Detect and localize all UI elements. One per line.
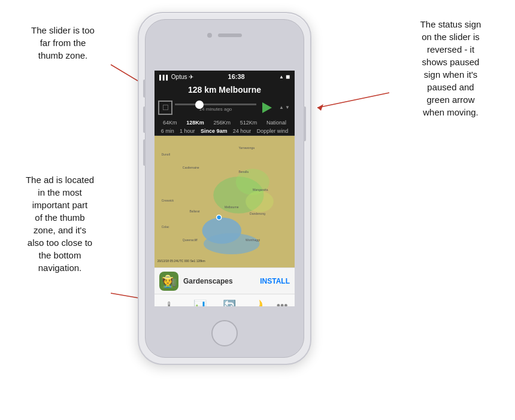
phone-volume-up-button xyxy=(143,106,146,133)
ann-bl-line3: important part xyxy=(32,200,88,210)
svg-text:20/12/18 05:24UTC 000 Se1 128k: 20/12/18 05:24UTC 000 Se1 128km xyxy=(157,259,205,263)
svg-text:Wangaratta: Wangaratta xyxy=(253,188,268,191)
time-bar[interactable]: 6 min 1 hour Since 9am 24 hour Doppler w… xyxy=(154,127,295,136)
carrier-text: ▌▌▌ Optus ✈ xyxy=(159,74,193,80)
ann-bl-line8: navigation. xyxy=(38,263,82,273)
square-icon: ☐ xyxy=(162,104,169,112)
nav-forecast[interactable]: 📊 Forecast xyxy=(191,300,210,306)
svg-text:Queenscliff: Queenscliff xyxy=(183,238,198,242)
ann-tl-line3: thumb zone. xyxy=(38,50,88,60)
phone-volume-down-button xyxy=(143,139,146,166)
zoom-128km[interactable]: 128Km xyxy=(186,120,204,126)
expand-button[interactable]: ▲ ▼ xyxy=(278,104,291,111)
time-1hour[interactable]: 1 hour xyxy=(180,128,195,134)
time-6min[interactable]: 6 min xyxy=(161,128,174,134)
current-icon: 🌡 xyxy=(164,300,175,306)
ann-tr-line5: sign when it's xyxy=(424,69,478,80)
ann-bl-line4: of the thumb xyxy=(35,212,84,223)
svg-line-2 xyxy=(317,93,389,108)
phone-home-button[interactable] xyxy=(211,320,238,346)
ann-tr-line2: on the slider is xyxy=(422,32,480,42)
ann-bl-line1: The ad is located xyxy=(26,175,94,185)
header-title: 128 km Melbourne xyxy=(159,85,290,95)
ann-tr-line6: paused and xyxy=(427,82,474,92)
moon-icon: 🌙 xyxy=(250,300,263,306)
phone-bezel: ▌▌▌ Optus ✈ 16:38 ▲ ◼ 128 km Melbourne ☐ xyxy=(145,19,304,358)
svg-text:Wonthaggi: Wonthaggi xyxy=(246,238,260,242)
ann-tr-line7: green arrow xyxy=(426,95,474,105)
ad-title: Gardenscapes xyxy=(183,277,255,285)
phone-mute-button xyxy=(143,80,146,98)
svg-text:Ballarat: Ballarat xyxy=(190,209,201,213)
svg-text:Yarrawonga: Yarrawonga xyxy=(238,146,255,150)
svg-text:Benalla: Benalla xyxy=(238,170,249,174)
more-icon: ••• xyxy=(277,300,288,306)
ann-tr-line3: reversed - it xyxy=(427,44,474,54)
phone-device: ▌▌▌ Optus ✈ 16:38 ▲ ◼ 128 km Melbourne ☐ xyxy=(138,12,311,365)
nav-more[interactable]: ••• More xyxy=(277,300,288,306)
zoom-64km[interactable]: 64Km xyxy=(163,120,177,126)
expand-icon: ▲ ▼ xyxy=(279,105,290,110)
ad-banner[interactable]: 🧑‍🌾 Gardenscapes INSTALL xyxy=(154,267,295,294)
controls-bar[interactable]: ☐ 14 minutes ago ▲ ▼ xyxy=(154,97,295,118)
slider-track[interactable] xyxy=(175,104,256,105)
svg-text:Dandenong: Dandenong xyxy=(250,212,265,215)
svg-marker-3 xyxy=(317,104,323,111)
ann-bl-line5: zone, and it's xyxy=(34,225,86,235)
ann-tr-line4: shows paused xyxy=(422,57,480,67)
map-area[interactable]: Dunoll Yarrawonga Castlemaine Benalla Wa… xyxy=(154,136,295,267)
ann-bl-line7: the bottom xyxy=(39,250,81,260)
phone-top-details xyxy=(207,33,242,38)
svg-text:Creswick: Creswick xyxy=(162,199,174,202)
nav-radar[interactable]: 🔄 Radar xyxy=(223,300,236,306)
status-time: 16:38 xyxy=(228,73,245,80)
svg-text:Colac: Colac xyxy=(162,225,169,229)
svg-text:Castlemaine: Castlemaine xyxy=(183,166,199,169)
bottom-nav[interactable]: 🌡 Current 📊 Forecast 🔄 Radar 🌙 Moon ••• xyxy=(154,294,295,306)
ann-tr-line1: The status sign xyxy=(420,19,481,29)
play-button[interactable] xyxy=(259,99,275,116)
svg-text:Dunoll: Dunoll xyxy=(162,153,170,156)
annotation-bottom-left: The ad is located in the most important … xyxy=(3,174,117,274)
ann-bl-line6: also too close to xyxy=(28,238,92,248)
ann-tr-line8: when moving. xyxy=(423,107,478,117)
nav-current[interactable]: 🌡 Current xyxy=(161,300,177,306)
slider-thumb[interactable] xyxy=(195,101,204,109)
header-bar: 128 km Melbourne xyxy=(154,83,295,97)
ad-image: 🧑‍🌾 xyxy=(162,274,177,288)
svg-point-12 xyxy=(217,215,222,220)
zoom-bar[interactable]: 64Km 128Km 256Km 512Km National xyxy=(154,118,295,127)
map-container: Dunoll Yarrawonga Castlemaine Benalla Wa… xyxy=(154,136,295,267)
zoom-512km[interactable]: 512Km xyxy=(240,120,258,126)
status-bar: ▌▌▌ Optus ✈ 16:38 ▲ ◼ xyxy=(154,71,295,83)
zoom-256km[interactable]: 256Km xyxy=(213,120,231,126)
ad-icon: 🧑‍🌾 xyxy=(159,272,178,291)
location-icon: ▲ xyxy=(279,74,284,80)
time-doppler[interactable]: Doppler wind xyxy=(257,128,289,134)
svg-point-8 xyxy=(204,233,260,254)
radar-icon: 🔄 xyxy=(223,300,236,306)
phone-camera xyxy=(207,33,212,38)
annotation-top-left: The slider is too far from the thumb zon… xyxy=(6,24,120,62)
annotation-top-right: The status sign on the slider is reverse… xyxy=(392,18,509,118)
svg-text:Melbourne: Melbourne xyxy=(225,205,239,209)
play-icon xyxy=(262,102,272,113)
time-since9am[interactable]: Since 9am xyxy=(201,128,228,134)
map-svg: Dunoll Yarrawonga Castlemaine Benalla Wa… xyxy=(154,136,295,267)
zoom-national[interactable]: National xyxy=(266,120,286,126)
forecast-icon: 📊 xyxy=(193,300,207,306)
battery-icon: ◼ xyxy=(286,74,290,80)
slider-time-label: 14 minutes ago xyxy=(199,106,232,112)
svg-point-11 xyxy=(246,191,274,212)
ann-tl-line2: far from the xyxy=(40,38,86,48)
ann-tl-line1: The slider is too xyxy=(31,25,95,35)
slider-area[interactable]: 14 minutes ago xyxy=(175,104,256,112)
phone-screen: ▌▌▌ Optus ✈ 16:38 ▲ ◼ 128 km Melbourne ☐ xyxy=(154,71,295,306)
square-button[interactable]: ☐ xyxy=(158,101,172,115)
phone-power-button xyxy=(304,106,306,141)
ad-install-button[interactable]: INSTALL xyxy=(260,277,290,285)
status-icons: ▲ ◼ xyxy=(279,74,290,80)
time-24hour[interactable]: 24 hour xyxy=(233,128,252,134)
phone-speaker xyxy=(218,34,242,37)
nav-moon[interactable]: 🌙 Moon xyxy=(250,300,263,306)
